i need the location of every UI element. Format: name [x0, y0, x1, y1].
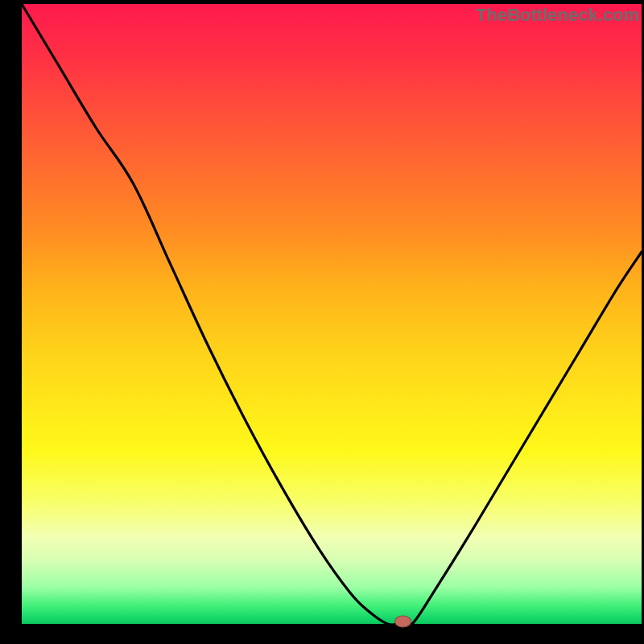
curve-layer [22, 4, 642, 624]
chart-frame: TheBottleneck.com [0, 0, 644, 644]
bottleneck-curve [22, 4, 642, 627]
knee-marker [395, 616, 411, 627]
